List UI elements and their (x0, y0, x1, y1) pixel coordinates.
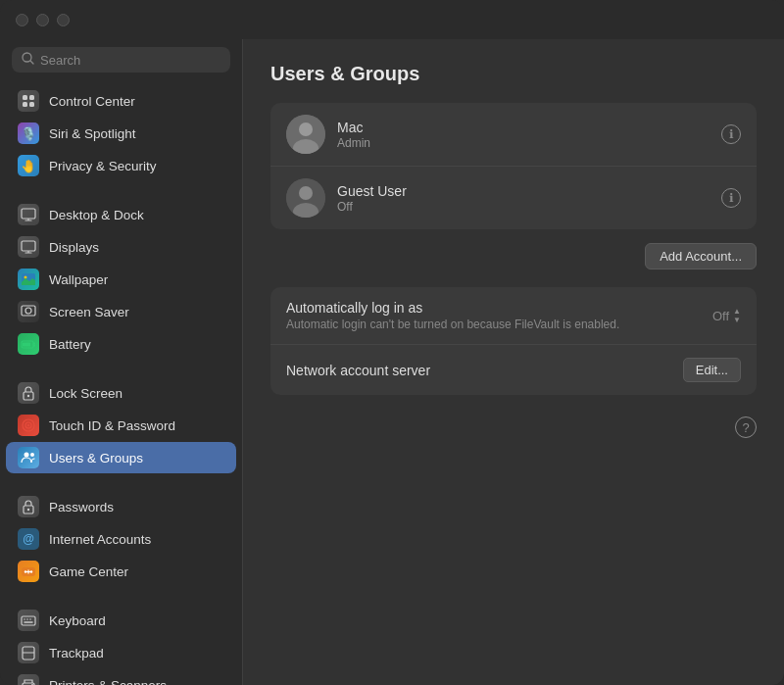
svg-point-28 (27, 509, 29, 511)
auto-login-control: Off ▲ ▼ (712, 308, 741, 324)
svg-rect-9 (22, 241, 35, 251)
desktop-icon (18, 204, 39, 225)
svg-point-45 (299, 122, 313, 136)
sidebar-item-label: Passwords (49, 500, 114, 514)
sidebar-item-desktop-dock[interactable]: Desktop & Dock (6, 199, 236, 230)
sidebar-item-displays[interactable]: Displays (6, 231, 236, 263)
svg-rect-3 (29, 95, 34, 100)
sidebar-item-battery[interactable]: Battery (6, 328, 236, 360)
printers-icon (18, 674, 39, 685)
sidebar-item-internet-accounts[interactable]: @ Internet Accounts (6, 523, 236, 555)
user-role-guest: Off (337, 200, 710, 214)
sidebar-item-wallpaper[interactable]: Wallpaper (6, 264, 236, 295)
sidebar-item-touch-id-password[interactable]: Touch ID & Password (6, 410, 236, 441)
titlebar (0, 0, 784, 39)
user-info-guest: Guest User Off (337, 183, 710, 214)
internet-icon: @ (18, 528, 39, 550)
stepper-down[interactable]: ▼ (733, 317, 741, 324)
sidebar-item-label: Printers & Scanners (49, 678, 167, 686)
traffic-lights (16, 14, 70, 26)
window: Control Center 🎙️ Siri & Spotlight 🤚 Pri… (0, 0, 784, 685)
sidebar-item-label: Battery (49, 337, 91, 352)
sidebar-item-printers-scanners[interactable]: Printers & Scanners (6, 669, 236, 685)
users-list: Mac Admin ℹ Guest User (270, 103, 757, 229)
trackpad-icon (18, 642, 39, 663)
search-icon (22, 52, 34, 68)
auto-login-title: Automatically log in as (286, 300, 701, 316)
user-name-guest: Guest User (337, 183, 710, 199)
user-info-button-guest[interactable]: ℹ (721, 188, 741, 208)
sidebar-item-keyboard[interactable]: Keyboard (6, 605, 236, 636)
sidebar-item-label: Privacy & Security (49, 159, 157, 173)
settings-section: Automatically log in as Automatic login … (270, 287, 757, 395)
sidebar-section-3: Lock Screen Touch ID & Password (0, 374, 242, 476)
gamecenter-icon (18, 561, 39, 582)
privacy-icon: 🤚 (18, 155, 39, 176)
add-account-button[interactable]: Add Account... (645, 243, 757, 269)
search-input[interactable] (40, 53, 220, 68)
sidebar-item-privacy-security[interactable]: 🤚 Privacy & Security (6, 150, 236, 181)
svg-point-15 (25, 308, 31, 314)
user-item-guest: Guest User Off ℹ (270, 167, 757, 229)
sidebar-item-control-center[interactable]: Control Center (6, 85, 236, 117)
help-button[interactable]: ? (735, 416, 757, 438)
sidebar-item-game-center[interactable]: Game Center (6, 556, 236, 587)
passwords-icon (18, 496, 39, 517)
svg-point-21 (27, 395, 29, 397)
displays-icon (18, 236, 39, 258)
minimize-button[interactable] (36, 14, 49, 26)
search-container (0, 39, 242, 82)
stepper-arrows[interactable]: ▲ ▼ (733, 308, 741, 324)
user-info-button-mac[interactable]: ℹ (721, 124, 741, 144)
network-account-title: Network account server (286, 363, 671, 378)
users-icon (18, 447, 39, 468)
sidebar-item-label: Control Center (49, 94, 135, 109)
sidebar-item-label: Touch ID & Password (49, 418, 175, 433)
close-button[interactable] (16, 14, 28, 26)
wallpaper-icon (18, 269, 39, 290)
help-row: ? (270, 413, 757, 438)
sidebar-item-label: Lock Screen (49, 386, 122, 401)
user-avatar-mac (286, 115, 325, 154)
sidebar-item-trackpad[interactable]: Trackpad (6, 637, 236, 668)
svg-point-48 (299, 186, 313, 200)
stepper-up[interactable]: ▲ (733, 308, 741, 316)
search-wrapper[interactable] (12, 47, 230, 73)
edit-button[interactable]: Edit... (683, 358, 741, 382)
user-item-mac: Mac Admin ℹ (270, 103, 757, 167)
sidebar-item-label: Users & Groups (49, 451, 143, 465)
sidebar-item-siri-spotlight[interactable]: 🎙️ Siri & Spotlight (6, 118, 236, 149)
sidebar-item-label: Keyboard (49, 613, 106, 628)
main-panel: Users & Groups Mac Admin (243, 39, 784, 685)
svg-point-26 (30, 453, 34, 457)
network-account-control: Edit... (683, 358, 741, 382)
touchid-icon (18, 415, 39, 436)
sidebar-item-label: Displays (49, 240, 99, 255)
sidebar-item-label: Internet Accounts (49, 532, 151, 547)
auto-login-subtitle: Automatic login can't be turned on becau… (286, 318, 701, 331)
svg-rect-34 (22, 616, 35, 625)
control-center-icon (18, 90, 39, 112)
network-account-label: Network account server (286, 363, 671, 378)
sidebar-item-label: Desktop & Dock (49, 208, 144, 222)
screensaver-icon (18, 301, 39, 322)
maximize-button[interactable] (57, 14, 70, 26)
lockscreen-icon (18, 382, 39, 404)
sidebar-item-label: Wallpaper (49, 272, 108, 287)
user-name-mac: Mac (337, 120, 710, 135)
sidebar-section-4: Passwords @ Internet Accounts (0, 488, 242, 590)
keyboard-icon (18, 610, 39, 631)
network-account-row: Network account server Edit... (270, 345, 757, 395)
sidebar-item-passwords[interactable]: Passwords (6, 491, 236, 522)
user-role-mac: Admin (337, 136, 710, 150)
svg-rect-5 (29, 102, 34, 107)
sidebar-item-label: Siri & Spotlight (49, 126, 136, 141)
sidebar-item-screen-saver[interactable]: Screen Saver (6, 296, 236, 327)
add-account-row: Add Account... (270, 243, 757, 269)
sidebar-section-1: Control Center 🎙️ Siri & Spotlight 🤚 Pri… (0, 82, 242, 184)
sidebar-item-lock-screen[interactable]: Lock Screen (6, 377, 236, 409)
svg-rect-2 (23, 95, 27, 100)
battery-icon (18, 333, 39, 355)
sidebar-item-users-groups[interactable]: Users & Groups (6, 442, 236, 473)
svg-rect-4 (23, 102, 27, 107)
